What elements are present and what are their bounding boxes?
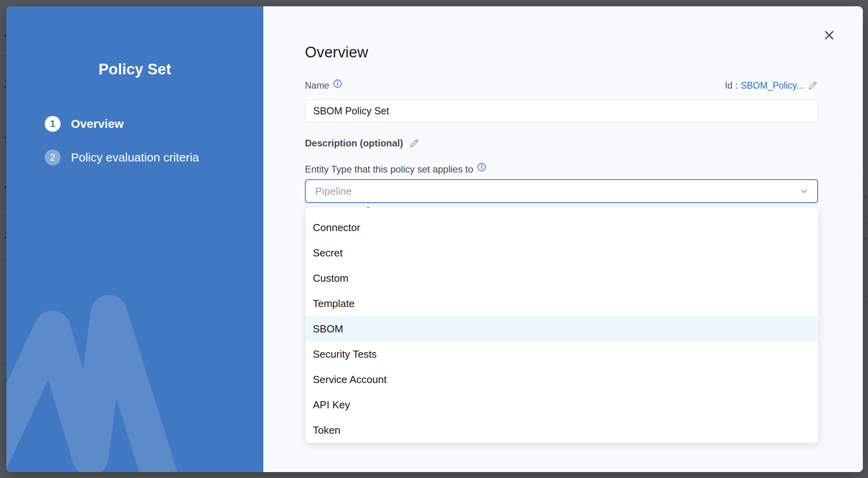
list-item-connector[interactable]: Connector bbox=[306, 215, 818, 240]
edit-description-button[interactable] bbox=[409, 138, 420, 149]
id-prefix-label: Id : bbox=[725, 80, 738, 91]
description-label: Description (optional) bbox=[305, 138, 403, 149]
info-icon[interactable] bbox=[333, 79, 342, 90]
list-item-template[interactable]: Template bbox=[306, 291, 818, 316]
list-item-secret[interactable]: Secret bbox=[306, 240, 818, 266]
page-title: Overview bbox=[305, 44, 368, 61]
entity-type-row: Entity Type that this policy set applies… bbox=[305, 164, 486, 175]
name-label: Name bbox=[305, 80, 329, 91]
step-1-label: Overview bbox=[71, 117, 124, 131]
chevron-down-icon bbox=[798, 185, 810, 197]
list-item-sbom[interactable]: SBOM bbox=[306, 316, 818, 341]
dropdown-list: Feature Flag Connector Secret Custom Tem… bbox=[306, 207, 818, 443]
step-2-badge: 2 bbox=[45, 150, 61, 165]
entity-id: Id : SBOM_Policy... bbox=[725, 80, 818, 91]
list-item-security-tests[interactable]: Security Tests bbox=[306, 341, 818, 367]
policy-set-modal: Policy Set 1 Overview 2 Policy evaluatio… bbox=[6, 6, 863, 472]
entity-type-select[interactable]: Pipeline bbox=[305, 179, 818, 203]
entity-type-dropdown: Feature Flag Connector Secret Custom Tem… bbox=[306, 207, 818, 443]
name-id-row: Name Id : SBOM_Policy... bbox=[305, 80, 818, 91]
select-placeholder: Pipeline bbox=[315, 185, 352, 197]
name-input[interactable] bbox=[305, 100, 818, 122]
list-item-feature-flag[interactable]: Feature Flag bbox=[306, 207, 818, 215]
wizard-title: Policy Set bbox=[6, 61, 263, 78]
description-row: Description (optional) bbox=[305, 138, 420, 149]
modal-content: Overview Name Id : SBOM_Policy... bbox=[263, 6, 863, 472]
pencil-icon bbox=[409, 138, 420, 149]
step-2-label: Policy evaluation criteria bbox=[71, 151, 199, 164]
id-value-link[interactable]: SBOM_Policy... bbox=[741, 80, 804, 91]
step-1-badge: 1 bbox=[45, 116, 61, 132]
entity-type-label: Entity Type that this policy set applies… bbox=[305, 164, 473, 175]
pencil-icon bbox=[807, 80, 818, 91]
close-icon bbox=[822, 28, 836, 42]
list-item-custom[interactable]: Custom bbox=[306, 266, 818, 291]
modal-sidebar: Policy Set 1 Overview 2 Policy evaluatio… bbox=[6, 6, 263, 472]
wizard-step-policy-evaluation-criteria[interactable]: 2 Policy evaluation criteria bbox=[45, 150, 199, 165]
info-icon[interactable] bbox=[477, 163, 486, 173]
edit-id-button[interactable] bbox=[807, 80, 818, 91]
wizard-step-overview[interactable]: 1 Overview bbox=[45, 116, 124, 132]
list-item-token[interactable]: Token bbox=[306, 417, 818, 443]
list-item-service-account[interactable]: Service Account bbox=[306, 367, 818, 392]
list-item-api-key[interactable]: API Key bbox=[306, 392, 818, 417]
close-button[interactable] bbox=[822, 28, 836, 42]
